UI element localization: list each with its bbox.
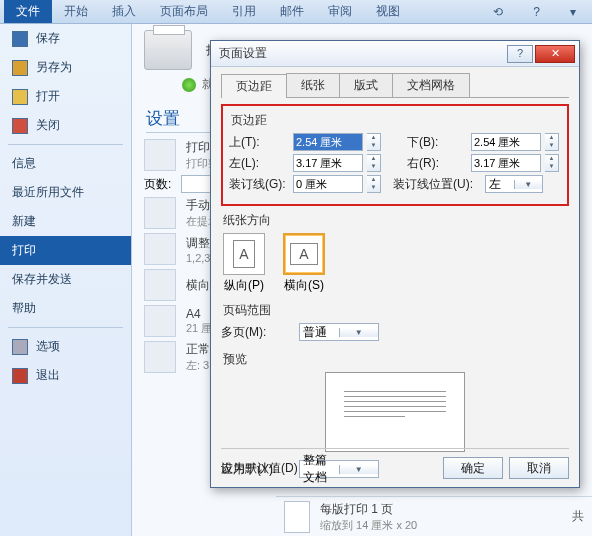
sidebar-close[interactable]: 关闭 — [0, 111, 131, 140]
sidebar-label: 最近所用文件 — [12, 184, 84, 201]
sidebar-exit[interactable]: 退出 — [0, 361, 131, 390]
opt-sub: 1,2,3 — [186, 252, 210, 264]
ribbon-tabs: 文件 开始 插入 页面布局 引用 邮件 审阅 视图 ⟲ ? ▾ — [0, 0, 592, 24]
footer-title: 每版打印 1 页 — [320, 501, 417, 518]
multi-combo[interactable]: 普通▼ — [299, 323, 379, 341]
right-input[interactable] — [471, 154, 541, 172]
sidebar-info[interactable]: 信息 — [0, 149, 131, 178]
options-icon — [12, 339, 28, 355]
sync-icon[interactable]: ⟲ — [481, 2, 515, 22]
chevron-down-icon: ▼ — [339, 328, 379, 337]
close-icon — [12, 118, 28, 134]
ribbon-tab[interactable]: 页面布局 — [148, 0, 220, 23]
gutter-label: 装订线(G): — [229, 176, 289, 193]
printer-icon[interactable] — [144, 30, 192, 70]
status-dot-icon — [182, 78, 196, 92]
sidebar-share[interactable]: 保存并发送 — [0, 265, 131, 294]
ok-button[interactable]: 确定 — [443, 457, 503, 479]
left-input[interactable] — [293, 154, 363, 172]
sidebar-label: 另存为 — [36, 59, 72, 76]
separator — [8, 327, 123, 328]
set-default-link[interactable]: 设为默认值(D) — [221, 460, 298, 477]
dialog-footer: 设为默认值(D) 确定 取消 — [221, 448, 569, 479]
page-setup-dialog: 页面设置 ? ✕ 页边距 纸张 版式 文档网格 页边距 上(T): ▲▼ 下(B… — [210, 40, 580, 488]
exit-icon — [12, 368, 28, 384]
ribbon-tab[interactable]: 引用 — [220, 0, 268, 23]
ribbon-tab[interactable]: 插入 — [100, 0, 148, 23]
sidebar-label: 选项 — [36, 338, 60, 355]
orient-label: 纵向(P) — [223, 277, 265, 294]
collate-icon — [144, 233, 176, 265]
backstage-footer: 每版打印 1 页 缩放到 14 厘米 x 20 共 — [276, 496, 592, 536]
preview-box — [325, 372, 465, 452]
bottom-input[interactable] — [471, 133, 541, 151]
left-label: 左(L): — [229, 155, 289, 172]
sidebar-help[interactable]: 帮助 — [0, 294, 131, 323]
multi-label: 多页(M): — [221, 324, 295, 341]
sidebar-options[interactable]: 选项 — [0, 332, 131, 361]
combo-value: 左 — [486, 176, 514, 193]
dialog-titlebar[interactable]: 页面设置 ? ✕ — [211, 41, 579, 67]
separator — [8, 144, 123, 145]
spin-buttons[interactable]: ▲▼ — [367, 175, 381, 193]
spin-buttons[interactable]: ▲▼ — [545, 154, 559, 172]
dialog-tabs: 页边距 纸张 版式 文档网格 — [221, 73, 569, 98]
sidebar-label: 信息 — [12, 155, 36, 172]
ribbon-tab[interactable]: 审阅 — [316, 0, 364, 23]
sidebar-label: 帮助 — [12, 300, 36, 317]
close-button[interactable]: ✕ — [535, 45, 575, 63]
spin-buttons[interactable]: ▲▼ — [367, 154, 381, 172]
opt-title: 调整 — [186, 235, 210, 252]
sidebar-saveas[interactable]: 另存为 — [0, 53, 131, 82]
sidebar-recent[interactable]: 最近所用文件 — [0, 178, 131, 207]
ribbon-tab[interactable]: 邮件 — [268, 0, 316, 23]
gutter-pos-combo[interactable]: 左▼ — [485, 175, 543, 193]
cancel-button[interactable]: 取消 — [509, 457, 569, 479]
tab-layout[interactable]: 版式 — [339, 73, 393, 97]
tab-paper[interactable]: 纸张 — [286, 73, 340, 97]
top-input[interactable] — [293, 133, 363, 151]
footer-sub: 缩放到 14 厘米 x 20 — [320, 518, 417, 533]
save-icon — [12, 31, 28, 47]
sidebar-label: 关闭 — [36, 117, 60, 134]
ribbon-tab[interactable]: 视图 — [364, 0, 412, 23]
printer-icon — [144, 197, 176, 229]
page-total-label: 共 — [572, 508, 584, 525]
sidebar-new[interactable]: 新建 — [0, 207, 131, 236]
gutter-pos-label: 装订线位置(U): — [393, 176, 481, 193]
portrait-option[interactable]: A 纵向(P) — [223, 233, 265, 294]
help-button[interactable]: ? — [507, 45, 533, 63]
help-icon[interactable]: ? — [521, 2, 552, 22]
sidebar-save[interactable]: 保存 — [0, 24, 131, 53]
ribbon-tab[interactable]: 开始 — [52, 0, 100, 23]
dialog-title: 页面设置 — [215, 45, 505, 62]
dropdown-icon[interactable]: ▾ — [558, 2, 588, 22]
sidebar-open[interactable]: 打开 — [0, 82, 131, 111]
landscape-option[interactable]: A 横向(S) — [283, 233, 325, 294]
paper-icon — [144, 305, 176, 337]
spin-buttons[interactable]: ▲▼ — [545, 133, 559, 151]
top-label: 上(T): — [229, 134, 289, 151]
spin-buttons[interactable]: ▲▼ — [367, 133, 381, 151]
tab-grid[interactable]: 文档网格 — [392, 73, 470, 97]
sidebar-label: 退出 — [36, 367, 60, 384]
tab-margins[interactable]: 页边距 — [221, 74, 287, 98]
group-title: 页边距 — [231, 112, 561, 129]
bottom-label: 下(B): — [407, 134, 467, 151]
group-title: 页码范围 — [223, 302, 569, 319]
margins-icon — [144, 341, 176, 373]
margins-group-highlight: 页边距 上(T): ▲▼ 下(B): ▲▼ 左(L): ▲▼ 右(R): ▲▼ — [221, 104, 569, 206]
sidebar-print[interactable]: 打印 — [0, 236, 131, 265]
sidebar-label: 新建 — [12, 213, 36, 230]
gutter-input[interactable] — [293, 175, 363, 193]
sidebar-label: 打印 — [12, 242, 36, 259]
landscape-icon — [144, 269, 176, 301]
sidebar-label: 保存并发送 — [12, 271, 72, 288]
pages-label: 页数: — [144, 176, 171, 193]
sidebar-label: 保存 — [36, 30, 60, 47]
ribbon-tab-file[interactable]: 文件 — [4, 0, 52, 23]
pages-per-sheet-icon — [284, 501, 310, 533]
help-icons: ⟲ ? ▾ — [481, 2, 588, 22]
open-icon — [12, 89, 28, 105]
orientation-group: A 纵向(P) A 横向(S) — [223, 233, 567, 294]
